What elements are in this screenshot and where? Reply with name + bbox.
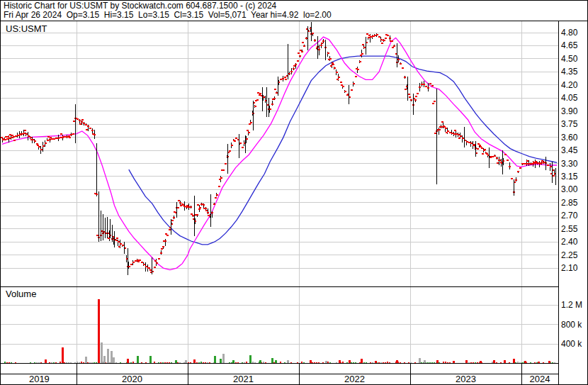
price-axis-label: 2.10 (561, 263, 587, 273)
price-axis-label: 3.00 (561, 184, 587, 194)
price-axis-label: 3.60 (561, 133, 587, 143)
price-axis-label: 2.85 (561, 198, 587, 208)
price-axis-label: 4.20 (561, 80, 587, 90)
price-axis-label: 2.25 (561, 250, 587, 260)
symbol-label: US:USMT (6, 23, 47, 34)
year-label-2024: 2024 (521, 374, 558, 385)
volume-bars (2, 299, 555, 364)
quote-summary-line: Fri Apr 26 2024 Op=3.15 Hi=3.15 Lo=3.15 … (4, 11, 332, 20)
price-axis-label: 2.55 (561, 224, 587, 234)
price-axis-label: 3.15 (561, 172, 587, 182)
year-label-2020: 2020 (77, 374, 188, 385)
price-axis-label: 2.40 (561, 237, 587, 247)
price-axis-label: 3.90 (561, 106, 587, 116)
price-axis-label: 4.80 (561, 28, 587, 38)
price-axis-label: 4.35 (561, 67, 587, 77)
price-axis-label: 3.75 (561, 119, 587, 129)
price-axis-label: 4.65 (561, 40, 587, 50)
year-label-2021: 2021 (188, 374, 299, 385)
volume-pane-label: Volume (6, 289, 36, 299)
volume-axis-label: 400 k (561, 339, 587, 349)
year-label-2022: 2022 (299, 374, 410, 385)
year-label-2023: 2023 (410, 374, 521, 385)
historic-chart-window: Historic Chart for US:USMT by Stockwatch… (0, 0, 588, 385)
volume-axis-label: 800 k (561, 320, 587, 330)
chart-canvas (0, 0, 588, 385)
price-axis-label: 2.70 (561, 211, 587, 221)
price-axis-label: 3.45 (561, 145, 587, 155)
year-label-2019: 2019 (2, 374, 77, 385)
volume-axis-label: 1.2 M (561, 300, 587, 310)
gridlines (1, 21, 558, 363)
price-axis-label: 4.05 (561, 93, 587, 103)
price-axis-label: 3.30 (561, 159, 587, 169)
price-axis-label: 4.50 (561, 54, 587, 64)
price-bars (1, 22, 556, 275)
